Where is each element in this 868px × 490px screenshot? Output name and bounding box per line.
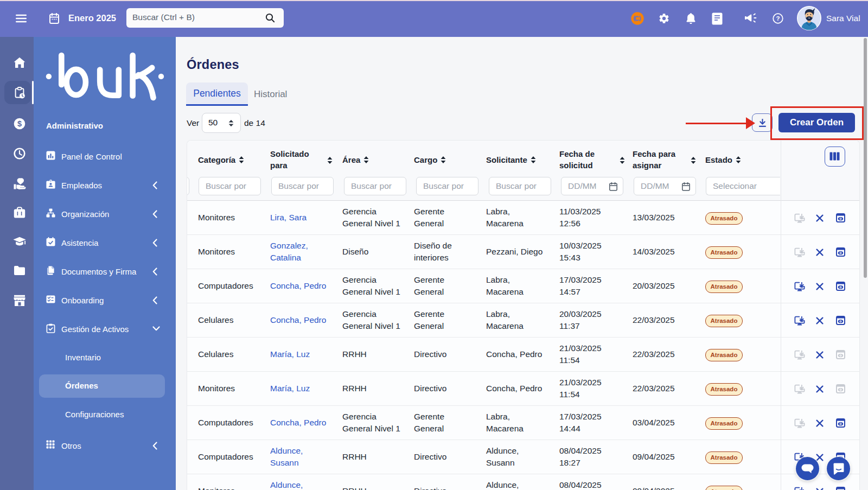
svg-text:?: ? (776, 15, 780, 22)
svg-text:$: $ (17, 119, 22, 128)
